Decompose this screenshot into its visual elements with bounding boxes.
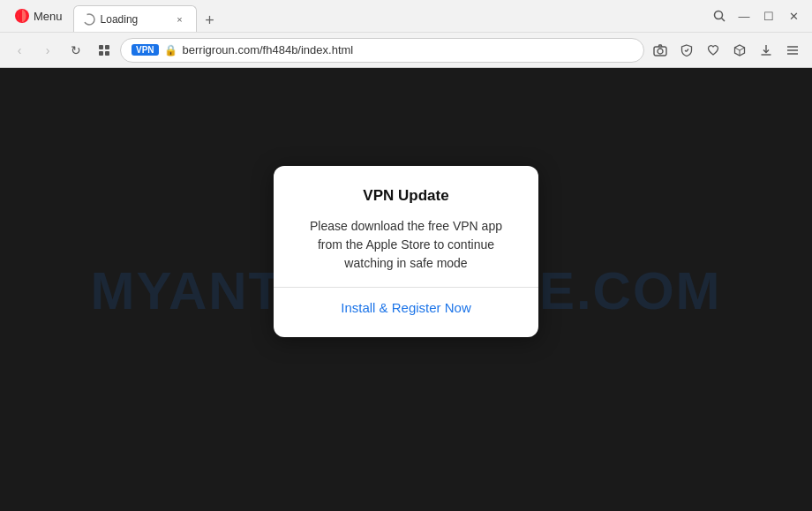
svg-line-15 (740, 48, 745, 50)
svg-point-3 (84, 14, 94, 25)
address-box[interactable]: VPN 🔒 berrigroun.com/fh484b/index.html (120, 38, 644, 63)
address-text: berrigroun.com/fh484b/index.html (183, 43, 633, 56)
lock-icon: 🔒 (164, 44, 177, 56)
heart-svg-icon (707, 44, 719, 56)
dialog-title: VPN Update (302, 187, 510, 205)
menu-icon[interactable] (780, 38, 805, 63)
svg-rect-6 (99, 45, 103, 49)
tab-grid-button[interactable] (92, 38, 117, 63)
install-register-link[interactable]: Install & Register Now (341, 300, 471, 315)
camera-svg-icon (653, 44, 667, 56)
shield-icon[interactable] (674, 38, 699, 63)
title-bar: Menu Loading × + — ☐ ✕ (0, 0, 812, 32)
page-content: MYANTISPYWARE.COM VPN Update Please down… (0, 68, 812, 511)
svg-rect-7 (105, 45, 109, 49)
vpn-badge: VPN (132, 44, 159, 56)
opera-menu[interactable]: Menu (7, 4, 70, 27)
svg-point-11 (658, 49, 663, 54)
forward-button[interactable]: › (35, 38, 60, 63)
download-svg-icon (760, 44, 772, 56)
camera-icon[interactable] (648, 38, 673, 63)
cube-svg-icon (733, 44, 746, 56)
tabs-area: Loading × + (73, 0, 704, 32)
active-tab[interactable]: Loading × (73, 5, 197, 32)
tab-title: Loading (101, 13, 139, 26)
back-button[interactable]: ‹ (7, 38, 32, 63)
search-window-button[interactable] (708, 4, 731, 27)
tab-favicon-icon (83, 13, 95, 26)
menu-label: Menu (34, 10, 63, 23)
vpn-dialog: VPN Update Please download the free VPN … (274, 166, 538, 337)
minimize-button[interactable]: — (733, 4, 756, 27)
maximize-button[interactable]: ☐ (757, 4, 780, 27)
svg-rect-8 (99, 51, 103, 56)
download-icon[interactable] (754, 38, 778, 63)
close-button[interactable]: ✕ (782, 4, 805, 27)
browser-chrome: Menu Loading × + — ☐ ✕ (0, 0, 812, 68)
svg-line-16 (735, 48, 741, 50)
svg-line-13 (687, 49, 689, 51)
svg-rect-9 (105, 51, 109, 56)
address-bar: ‹ › ↻ VPN 🔒 berrigroun.com/fh484b/index.… (0, 32, 812, 67)
tab-close-button[interactable]: × (173, 12, 187, 26)
hamburger-svg-icon (786, 45, 799, 56)
reload-button[interactable]: ↻ (64, 38, 88, 63)
opera-logo-icon (14, 8, 30, 24)
heart-icon[interactable] (701, 38, 726, 63)
toolbar-icons (648, 38, 805, 63)
search-icon (713, 10, 726, 22)
tab-grid-icon (98, 44, 110, 56)
shield-svg-icon (680, 44, 693, 56)
cube-icon[interactable] (727, 38, 752, 63)
svg-line-5 (722, 19, 726, 22)
dialog-divider (274, 287, 538, 288)
window-controls: — ☐ ✕ (708, 4, 805, 27)
new-tab-button[interactable]: + (199, 9, 222, 32)
dialog-body: Please download the free VPN app from th… (302, 217, 510, 273)
svg-point-4 (715, 11, 723, 19)
